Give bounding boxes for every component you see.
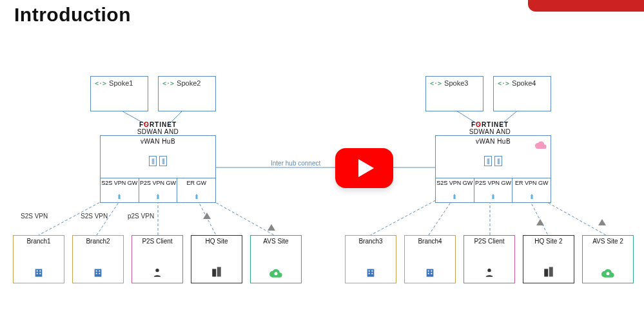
svg-rect-47 [549, 267, 553, 277]
p2s-vpn-gw: P2S VPN GW [139, 178, 178, 202]
p2s-vpn-label: p2S VPN [128, 213, 154, 220]
site-label: Branch2 [86, 238, 110, 245]
expressroute-icon [203, 213, 211, 219]
gateway-row: S2S VPN GW P2S VPN GW ER VPN GW [436, 178, 551, 202]
hub-bars-icon: |||||| [101, 154, 215, 166]
cloud-icon [535, 140, 547, 151]
svg-rect-17 [195, 196, 197, 199]
svg-rect-42 [431, 271, 432, 272]
svg-rect-26 [95, 269, 102, 277]
building-icon [365, 267, 376, 279]
svg-rect-38 [369, 273, 370, 274]
svg-rect-32 [212, 269, 216, 277]
building-icon [33, 267, 44, 279]
site-label: Branch1 [26, 238, 50, 245]
s2s-vpn-gw: S2S VPN GW [101, 178, 139, 202]
vwan-hub-right: vWAN HuB |||||| S2S VPN GW P2S VPN GW ER… [435, 135, 551, 203]
expressroute-icon [536, 219, 544, 225]
spoke-label: Spoke3 [444, 79, 468, 87]
vnet-icon: <·> [95, 80, 106, 87]
inter-hub-label: Inter hub connect [271, 160, 320, 167]
svg-rect-21 [35, 269, 43, 277]
site-p2s-client-right: P2S Client [463, 235, 515, 283]
site-label: P2S Client [142, 238, 172, 245]
svg-rect-25 [39, 273, 41, 274]
svg-rect-23 [39, 271, 41, 272]
header-red-accent [528, 0, 644, 12]
site-hq-right: HQ Site 2 [523, 235, 574, 283]
site-branch2: Branch2 [72, 235, 124, 283]
site-branch1: Branch1 [13, 235, 64, 283]
expressroute-icon [268, 224, 275, 231]
vpn-gateway-icon [489, 193, 497, 201]
spoke-box-1: <·>Spoke1 [90, 76, 148, 111]
person-icon [152, 267, 162, 279]
svg-rect-41 [428, 271, 429, 272]
svg-rect-20 [531, 196, 532, 199]
svg-rect-15 [119, 196, 121, 199]
s2s-vpn-gw: S2S VPN GW [436, 178, 474, 202]
s2s-vpn-label: S2S VPN [21, 213, 48, 220]
spoke-box-3: <·>Spoke3 [425, 76, 483, 111]
site-label: Branch4 [418, 238, 442, 245]
hub-name: vWAN HuB [436, 138, 551, 145]
svg-rect-28 [99, 271, 100, 272]
svg-rect-29 [96, 273, 97, 274]
site-label: AVS Site 2 [592, 238, 623, 245]
svg-rect-18 [454, 196, 456, 199]
page-title: Introduction [14, 4, 131, 26]
svg-rect-44 [431, 273, 432, 274]
svg-rect-27 [96, 271, 97, 272]
building-icon [92, 267, 104, 279]
vpn-gateway-icon [154, 193, 162, 201]
svg-rect-19 [493, 196, 494, 199]
svg-rect-16 [157, 196, 159, 199]
site-hq-left: HQ Site [191, 235, 242, 283]
vpn-gateway-icon [115, 193, 123, 201]
svg-rect-37 [371, 271, 373, 272]
svg-rect-46 [544, 269, 548, 277]
spoke-label: Spoke4 [512, 79, 536, 87]
spoke-label: Spoke1 [109, 79, 133, 87]
site-branch4: Branch4 [404, 235, 456, 283]
avs-cloud-icon [601, 269, 614, 279]
person-icon [484, 267, 494, 279]
spoke-label: Spoke2 [177, 79, 200, 87]
site-label: HQ Site 2 [534, 238, 562, 245]
spoke-box-2: <·>Spoke2 [158, 76, 216, 111]
video-play-button[interactable] [335, 148, 393, 188]
spoke-box-4: <·>Spoke4 [493, 76, 551, 111]
expressroute-icon [598, 219, 606, 225]
site-label: HQ Site [205, 238, 228, 245]
s2s-vpn-label: S2S VPN [81, 213, 108, 220]
avs-cloud-icon [269, 269, 282, 279]
svg-rect-43 [428, 273, 429, 274]
site-label: P2S Client [474, 238, 504, 245]
building-icon [424, 267, 436, 279]
vnet-icon: <·> [498, 80, 509, 87]
vpn-gateway-icon [193, 193, 200, 201]
svg-rect-40 [427, 269, 434, 277]
site-branch3: Branch3 [345, 235, 396, 283]
hq-building-icon [543, 266, 554, 279]
site-avs-left: AVS Site [250, 235, 302, 283]
svg-point-31 [155, 269, 159, 272]
fortinet-brand: FORTINET [126, 121, 190, 128]
svg-point-45 [487, 269, 491, 272]
site-p2s-client-left: P2S Client [132, 235, 183, 283]
vpn-gateway-icon [528, 193, 536, 201]
vnet-icon: <·> [430, 80, 442, 87]
er-gw: ER GW [177, 178, 215, 202]
hq-building-icon [211, 266, 222, 279]
svg-rect-36 [369, 271, 370, 272]
svg-rect-33 [217, 267, 221, 277]
svg-rect-30 [99, 273, 100, 274]
p2s-vpn-gw: P2S VPN GW [474, 178, 513, 202]
vnet-icon: <·> [162, 80, 174, 87]
fortinet-brand: FORTINET [458, 121, 522, 128]
svg-rect-35 [367, 269, 375, 277]
svg-rect-24 [37, 273, 38, 274]
hub-bars-icon: |||||| [436, 154, 551, 166]
er-vpn-gw: ER VPN GW [512, 178, 551, 202]
svg-point-34 [275, 272, 278, 275]
